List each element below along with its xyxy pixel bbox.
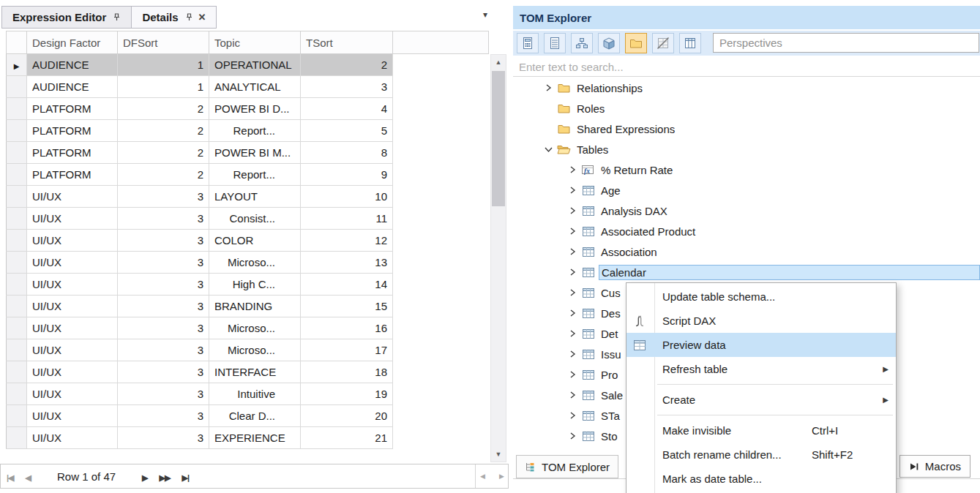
cell-topic[interactable]: Report...	[209, 120, 301, 142]
row-indicator[interactable]	[7, 361, 27, 383]
cell-topic[interactable]: ANALYTICAL	[209, 76, 301, 98]
cell-design-factor[interactable]: UI/UX	[27, 252, 118, 274]
menu-item-batch-rename-children[interactable]: Batch rename children...Shift+F2	[626, 443, 896, 467]
cell-design-factor[interactable]: PLATFORM	[27, 98, 118, 120]
next-page-button[interactable]: ▶▶	[160, 473, 171, 482]
grid-row[interactable]: PLATFORM2Report...9	[7, 164, 489, 186]
cell-topic[interactable]: OPERATIONAL	[209, 54, 301, 76]
grid-row[interactable]: UI/UX3INTERFACE18	[7, 361, 489, 383]
cell-topic[interactable]: BRANDING	[209, 296, 301, 317]
cell-tsort[interactable]: 3	[301, 76, 393, 98]
cell-dfsort[interactable]: 3	[118, 317, 209, 339]
cell-dfsort[interactable]: 2	[118, 164, 209, 186]
cell-design-factor[interactable]: UI/UX	[27, 427, 118, 449]
expand-icon[interactable]	[566, 309, 578, 317]
expand-icon[interactable]	[566, 350, 578, 358]
cell-design-factor[interactable]: UI/UX	[27, 230, 118, 252]
grid-row[interactable]: PLATFORM2POWER BI M...8	[7, 142, 489, 164]
cell-dfsort[interactable]: 3	[118, 296, 209, 317]
filter-off-button[interactable]	[652, 33, 674, 53]
row-indicator[interactable]	[7, 120, 27, 142]
grid-row[interactable]: AUDIENCE1ANALYTICAL3	[7, 76, 489, 98]
cell-topic[interactable]: Microso...	[209, 252, 301, 274]
expand-icon[interactable]	[566, 411, 578, 420]
grid-row[interactable]: UI/UX3Microso...13	[7, 252, 489, 274]
cell-topic[interactable]: Microso...	[209, 317, 301, 339]
cell-topic[interactable]: COLOR	[209, 230, 301, 252]
next-record-button[interactable]: ▶	[142, 473, 147, 482]
tree-item-roles[interactable]: Roles	[513, 98, 980, 118]
expand-icon[interactable]	[566, 227, 578, 236]
cell-design-factor[interactable]: UI/UX	[27, 361, 118, 383]
grid-row[interactable]: UI/UX3BRANDING15	[7, 296, 489, 317]
tree-item-analysis-dax[interactable]: Analysis DAX	[513, 200, 980, 221]
cell-design-factor[interactable]: AUDIENCE	[27, 54, 118, 76]
cell-tsort[interactable]: 5	[301, 120, 393, 142]
cell-dfsort[interactable]: 3	[118, 186, 209, 208]
cell-dfsort[interactable]: 1	[118, 76, 209, 98]
row-indicator[interactable]	[7, 383, 27, 405]
cell-dfsort[interactable]: 3	[118, 230, 209, 252]
menu-item-preview-data[interactable]: Preview data	[626, 333, 896, 357]
column-header-dfsort[interactable]: DFSort	[118, 31, 209, 54]
row-indicator[interactable]	[7, 98, 27, 120]
cell-topic[interactable]: Consist...	[209, 208, 301, 230]
cell-dfsort[interactable]: 3	[118, 427, 209, 449]
row-indicator[interactable]	[7, 252, 27, 274]
pin-icon[interactable]	[185, 11, 193, 23]
cell-dfsort[interactable]: 3	[118, 252, 209, 274]
cell-tsort[interactable]: 13	[301, 252, 393, 274]
cell-design-factor[interactable]: AUDIENCE	[27, 76, 118, 98]
cell-dfsort[interactable]: 3	[118, 383, 209, 405]
row-indicator[interactable]	[7, 230, 27, 252]
grid-row[interactable]: PLATFORM2Report...5	[7, 120, 489, 142]
last-record-button[interactable]: ▶|	[182, 473, 189, 482]
cell-topic[interactable]: Microso...	[209, 339, 301, 361]
expand-icon[interactable]	[566, 206, 578, 215]
cell-tsort[interactable]: 9	[301, 164, 393, 186]
expand-icon[interactable]	[566, 391, 578, 399]
scrollbar-thumb[interactable]	[492, 71, 505, 206]
expand-icon[interactable]	[566, 329, 578, 338]
column-header-topic[interactable]: Topic	[209, 31, 301, 54]
close-icon[interactable]: ✕	[198, 12, 206, 23]
grid-row[interactable]: UI/UX3Clear D...20	[7, 405, 489, 427]
row-indicator[interactable]	[7, 296, 27, 317]
row-indicator[interactable]	[7, 142, 27, 164]
perspective-cube-button[interactable]	[598, 33, 620, 53]
cell-topic[interactable]: Report...	[209, 164, 301, 186]
cell-topic[interactable]: POWER BI D...	[209, 98, 301, 120]
grid-vertical-scrollbar[interactable]: ▲ ▼	[490, 54, 506, 462]
tree-item-tables[interactable]: Tables	[513, 139, 980, 159]
field-list-button[interactable]	[544, 33, 566, 53]
data-model-button[interactable]	[517, 33, 539, 53]
row-indicator[interactable]	[7, 76, 27, 98]
cell-tsort[interactable]: 19	[301, 383, 393, 405]
cell-dfsort[interactable]: 2	[118, 120, 209, 142]
cell-tsort[interactable]: 15	[301, 296, 393, 317]
cell-topic[interactable]: Intuitive	[209, 383, 301, 405]
tree-item-calendar[interactable]: Calendar	[513, 262, 980, 282]
grid-row[interactable]: PLATFORM2POWER BI D...4	[7, 98, 489, 120]
previous-record-button[interactable]: ◀	[26, 473, 31, 482]
cell-tsort[interactable]: 14	[301, 274, 393, 296]
grid-row[interactable]: UI/UX3Microso...17	[7, 339, 489, 361]
cell-design-factor[interactable]: PLATFORM	[27, 142, 118, 164]
cell-tsort[interactable]: 4	[301, 98, 393, 120]
cell-design-factor[interactable]: UI/UX	[27, 405, 118, 427]
grid-row[interactable]: UI/UX3COLOR12	[7, 230, 489, 252]
cell-design-factor[interactable]: UI/UX	[27, 383, 118, 405]
cell-tsort[interactable]: 16	[301, 317, 393, 339]
hscroll-right-icon[interactable]: ▶	[499, 473, 504, 480]
collapse-icon[interactable]	[542, 145, 554, 154]
grid-row[interactable]: UI/UX3Intuitive19	[7, 383, 489, 405]
expand-icon[interactable]	[566, 268, 578, 276]
row-indicator[interactable]	[7, 186, 27, 208]
cell-design-factor[interactable]: UI/UX	[27, 339, 118, 361]
first-record-button[interactable]: |◀	[7, 473, 14, 482]
columns-view-button[interactable]	[679, 33, 701, 53]
expand-icon[interactable]	[542, 83, 554, 92]
expand-icon[interactable]	[566, 370, 578, 379]
cell-design-factor[interactable]: UI/UX	[27, 296, 118, 317]
cell-dfsort[interactable]: 3	[118, 361, 209, 383]
